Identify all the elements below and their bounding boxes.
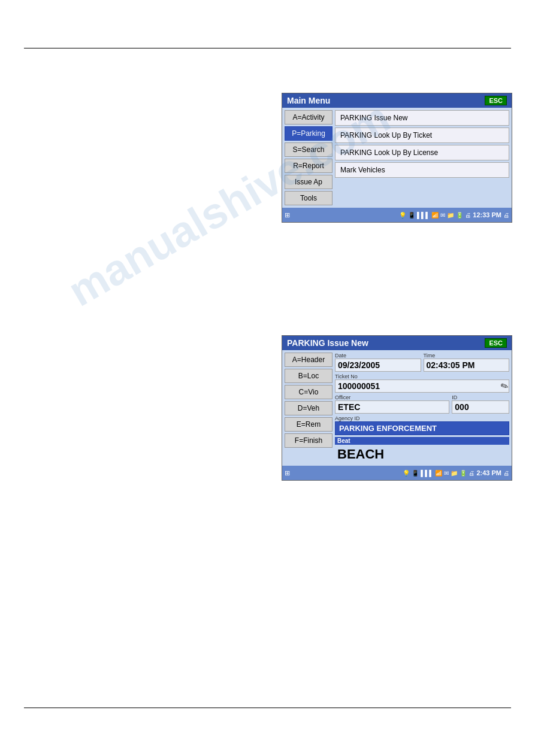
sidebar-item-tools[interactable]: Tools [285,191,333,205]
parking-taskbar-print-icon: 🖨 [468,470,474,476]
date-time-row: Date 09/23/2005 Time 02:43:05 PM [335,353,509,372]
date-value: 09/23/2005 [335,359,421,372]
agency-group: Agency ID PARKING ENFORCEMENT [335,415,509,435]
main-menu-titlebar: Main Menu ESC [282,93,512,108]
main-menu-taskbar: ⊞ 💡 📱 ▌▌▌ 📶 ✉ 📁 🔋 🖨 12:33 PM 🖨 [282,208,512,222]
parking-taskbar-battery-icon: 🔋 [460,470,467,476]
main-menu-time: 12:33 PM [473,211,501,218]
top-divider [24,48,511,48]
parking-taskbar-icons: 💡 📱 ▌▌▌ 📶 ✉ 📁 🔋 🖨 2:43 PM 🖨 [403,469,509,476]
id-group: ID 000 [452,394,509,414]
taskbar-barcode-icon: ▌▌▌ [417,212,430,218]
taskbar-print-icon: 🖨 [465,212,471,218]
beat-group: Beat BEACH [335,437,509,463]
date-label: Date [335,353,421,359]
sidebar-item-search[interactable]: S=Search [285,142,333,157]
parking-right-col: Date 09/23/2005 Time 02:43:05 PM Ticket … [335,353,509,463]
officer-group: Officer ETEC [335,394,449,414]
parking-btn-rem[interactable]: E=Rem [285,417,333,432]
time-label: Time [424,353,510,359]
parking-btn-vio[interactable]: C=Vio [285,385,333,399]
menu-item-mark-vehicles[interactable]: Mark Vehicles [335,162,509,178]
taskbar-icons: 💡 📱 ▌▌▌ 📶 ✉ 📁 🔋 🖨 12:33 PM 🖨 [399,211,509,218]
sidebar-item-issue-ap[interactable]: Issue Ap [285,175,333,189]
main-menu-esc-button[interactable]: ESC [485,96,507,105]
parking-issue-title: PARKING Issue New [287,338,368,348]
officer-value: ETEC [335,400,449,414]
taskbar-email-icon: ✉ [440,212,445,218]
taskbar-bulb-icon: 💡 [399,212,406,218]
menu-item-parking-lookup-license[interactable]: PARKING Look Up By License [335,145,509,160]
taskbar-battery-icon: 🔋 [456,212,463,218]
parking-taskbar-email-icon: ✉ [444,470,449,476]
parking-taskbar-barcode-icon: ▌▌▌ [421,470,433,476]
parking-issue-body: A=Header B=Loc C=Vio D=Veh E=Rem F=Finis… [282,350,512,466]
agency-value: PARKING ENFORCEMENT [335,421,509,435]
sidebar-item-report[interactable]: R=Report [285,159,333,173]
sidebar-item-parking[interactable]: P=Parking [285,126,333,141]
main-menu-title: Main Menu [287,96,330,105]
taskbar-device-icon: 📱 [408,212,415,218]
bottom-divider [24,708,511,708]
parking-taskbar-time: 2:43 PM [476,469,501,476]
page-container: manualshive.com Main Menu ESC A=Activity… [0,0,535,756]
parking-taskbar: ⊞ 💡 📱 ▌▌▌ 📶 ✉ 📁 🔋 🖨 2:43 PM 🖨 [282,466,512,480]
parking-btn-veh[interactable]: D=Veh [285,401,333,415]
taskbar-folder-icon: 📁 [447,212,454,218]
main-menu-right-col: PARKING Issue New PARKING Look Up By Tic… [335,110,509,205]
beat-value: BEACH [335,445,509,463]
parking-btn-header[interactable]: A=Header [285,353,333,367]
parking-taskbar-signal-icon: 📶 [435,470,442,476]
main-menu-window: Main Menu ESC A=Activity P=Parking S=Sea… [282,93,512,223]
menu-item-parking-lookup-ticket[interactable]: PARKING Look Up By Ticket [335,127,509,143]
parking-issue-esc-button[interactable]: ESC [485,338,507,348]
menu-item-parking-issue-new[interactable]: PARKING Issue New [335,110,509,126]
parking-taskbar-folder-icon: 📁 [451,470,458,476]
time-group: Time 02:43:05 PM [424,353,510,372]
main-menu-body: A=Activity P=Parking S=Search R=Report I… [282,108,512,208]
taskbar-printer2-icon: 🖨 [503,212,509,218]
time-value: 02:43:05 PM [424,359,510,372]
beat-label: Beat [335,437,509,445]
id-value: 000 [452,400,509,414]
main-menu-left-col: A=Activity P=Parking S=Search R=Report I… [285,110,333,205]
parking-issue-titlebar: PARKING Issue New ESC [282,336,512,350]
parking-btn-loc[interactable]: B=Loc [285,369,333,383]
date-group: Date 09/23/2005 [335,353,421,372]
officer-id-row: Officer ETEC ID 000 [335,394,509,414]
taskbar-signal-icon: 📶 [431,212,439,218]
parking-taskbar-device-icon: 📱 [412,470,419,476]
parking-btn-finish[interactable]: F=Finish [285,433,333,448]
taskbar-start-icon: ⊞ [285,211,290,219]
agency-label: Agency ID [335,415,509,421]
ticket-group: Ticket No 100000051 ✏ [335,374,509,393]
sidebar-item-activity[interactable]: A=Activity [285,110,333,125]
parking-taskbar-printer2-icon: 🖨 [503,470,509,476]
menu-right-empty-space [335,180,509,205]
parking-issue-window: PARKING Issue New ESC A=Header B=Loc C=V… [282,335,512,481]
officer-label: Officer [335,394,449,400]
ticket-label: Ticket No [335,374,509,379]
ticket-value[interactable]: 100000051 [335,379,509,393]
parking-taskbar-start-icon: ⊞ [285,469,290,477]
id-label: ID [452,394,509,400]
parking-left-col: A=Header B=Loc C=Vio D=Veh E=Rem F=Finis… [285,353,333,463]
parking-taskbar-bulb-icon: 💡 [403,470,410,476]
